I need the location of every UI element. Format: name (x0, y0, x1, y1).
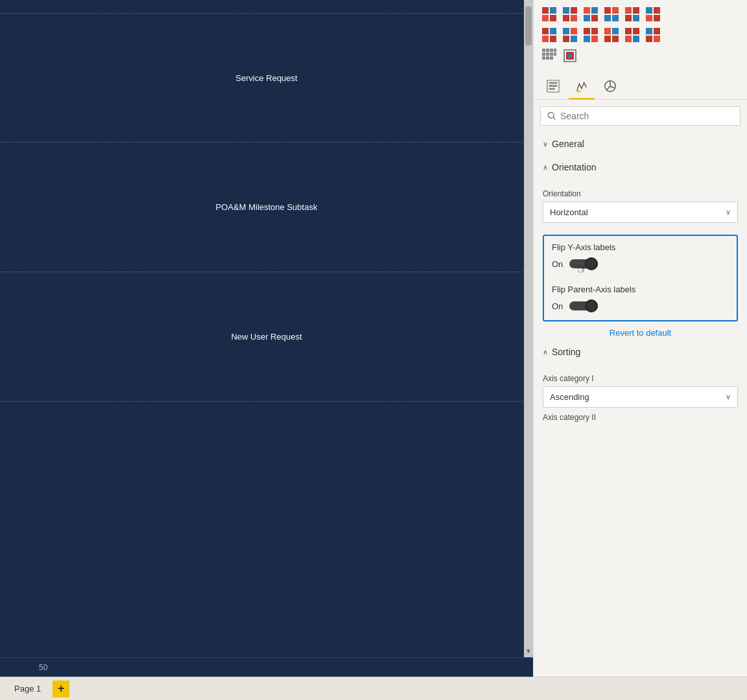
revert-btn-container: Revert to default (543, 328, 738, 338)
section-general-header[interactable]: ∨ General (534, 132, 747, 156)
svg-rect-53 (546, 52, 549, 56)
chevron-down-icon: ∨ (543, 140, 548, 148)
svg-rect-43 (633, 36, 639, 42)
svg-rect-52 (542, 52, 545, 56)
svg-rect-39 (612, 36, 619, 42)
svg-rect-2 (542, 15, 549, 21)
svg-rect-28 (563, 28, 569, 34)
revert-to-default-button[interactable]: Revert to default (610, 328, 671, 338)
svg-rect-13 (612, 7, 619, 14)
svg-rect-27 (550, 36, 556, 42)
svg-rect-46 (646, 36, 652, 42)
svg-rect-54 (550, 52, 553, 56)
chevron-up-icon-2: ∧ (543, 348, 548, 356)
flip-y-label: Flip Y-Axis labels (552, 242, 729, 252)
section-orientation-content: Orientation Horizontal ∨ (534, 179, 747, 231)
viz-icon-10[interactable] (602, 26, 621, 44)
panel-body: ∨ General ∧ Orientation Orientation Hori… (534, 100, 747, 677)
svg-rect-3 (550, 15, 556, 21)
search-box[interactable] (540, 106, 741, 126)
svg-rect-7 (571, 15, 577, 21)
svg-rect-25 (550, 28, 556, 34)
flip-y-on-label: On (552, 259, 563, 269)
section-sorting-header[interactable]: ∧ Sorting (534, 340, 747, 364)
viz-icon-14[interactable] (561, 47, 579, 65)
search-input[interactable] (560, 111, 733, 121)
viz-icon-9[interactable] (582, 26, 600, 44)
viz-icon-1[interactable] (540, 5, 558, 23)
svg-rect-33 (591, 28, 598, 34)
svg-rect-14 (604, 15, 611, 21)
chart-inner: Service Request POA&M Milestone Subtask … (0, 0, 533, 657)
add-page-button[interactable]: + (53, 681, 69, 697)
svg-rect-29 (571, 28, 577, 34)
svg-rect-49 (546, 49, 549, 52)
viz-icon-3[interactable] (582, 5, 600, 23)
svg-rect-12 (604, 7, 611, 14)
section-orientation-header[interactable]: ∧ Orientation (534, 156, 747, 179)
chart-row: POA&M Milestone Subtask (0, 143, 533, 272)
svg-rect-24 (542, 28, 549, 34)
svg-rect-51 (554, 49, 556, 52)
section-sorting-label: Sorting (552, 347, 580, 357)
svg-rect-21 (654, 7, 660, 14)
toolbar-format-icon[interactable] (540, 74, 566, 100)
scrollbar-arrow-down[interactable]: ▼ (525, 648, 532, 655)
viz-icon-row-1 (540, 5, 741, 23)
flip-y-toggle[interactable]: ☞ (569, 257, 598, 270)
svg-rect-18 (625, 15, 632, 21)
chart-label-poam: POA&M Milestone Subtask (216, 202, 318, 212)
svg-rect-0 (542, 7, 549, 14)
svg-rect-65 (549, 88, 555, 89)
section-sorting-content: Axis category I Ascending ∨ Axis categor… (534, 364, 747, 433)
flip-parent-toggle[interactable] (569, 299, 598, 312)
viz-icon-7[interactable] (540, 26, 558, 44)
svg-rect-35 (591, 36, 598, 42)
viz-icon-11[interactable] (623, 26, 641, 44)
viz-icon-4[interactable] (602, 5, 621, 23)
chevron-down-icon-3: ∨ (726, 393, 731, 401)
svg-rect-55 (554, 52, 556, 56)
toolbar-paint-icon[interactable] (569, 74, 595, 100)
viz-icon-5[interactable] (623, 5, 641, 23)
viz-icon-13[interactable] (540, 47, 558, 65)
svg-rect-11 (591, 15, 598, 21)
orientation-field-label: Orientation (543, 189, 738, 198)
chart-scrollbar[interactable]: ▼ (524, 0, 533, 657)
svg-rect-45 (654, 28, 660, 34)
svg-rect-47 (654, 36, 660, 42)
svg-rect-16 (625, 7, 632, 14)
svg-rect-40 (625, 28, 632, 34)
chart-row: New User Request (0, 272, 533, 402)
panel-toolbar (534, 70, 747, 100)
svg-rect-8 (584, 7, 590, 14)
page-1-tab[interactable]: Page 1 (5, 681, 50, 696)
svg-rect-36 (604, 28, 611, 34)
viz-icon-row-2 (540, 26, 741, 44)
chevron-down-icon: ∨ (726, 208, 731, 216)
svg-rect-48 (542, 49, 545, 52)
svg-rect-41 (633, 28, 639, 34)
chart-area: Service Request POA&M Milestone Subtask … (0, 0, 533, 677)
flip-parent-label: Flip Parent-Axis labels (552, 285, 729, 294)
svg-rect-64 (549, 85, 558, 87)
svg-rect-22 (646, 15, 652, 21)
svg-rect-1 (550, 7, 556, 14)
viz-icon-row-3 (540, 47, 741, 65)
viz-icon-8[interactable] (561, 26, 579, 44)
svg-rect-66 (576, 90, 581, 92)
toolbar-analytics-icon[interactable] (597, 74, 623, 100)
viz-icon-6[interactable] (644, 5, 662, 23)
svg-rect-5 (571, 7, 577, 14)
viz-icon-2[interactable] (561, 5, 579, 23)
axis-cat1-dropdown[interactable]: Ascending ∨ (543, 386, 738, 408)
svg-rect-26 (542, 36, 549, 42)
right-panel: ∨ General ∧ Orientation Orientation Hori… (533, 0, 747, 677)
scrollbar-thumb[interactable] (525, 6, 532, 45)
orientation-dropdown[interactable]: Horizontal ∨ (543, 202, 738, 223)
section-general-label: General (552, 139, 584, 149)
svg-rect-32 (584, 28, 590, 34)
svg-rect-15 (612, 15, 619, 21)
viz-icon-12[interactable] (644, 26, 662, 44)
svg-rect-38 (604, 36, 611, 42)
